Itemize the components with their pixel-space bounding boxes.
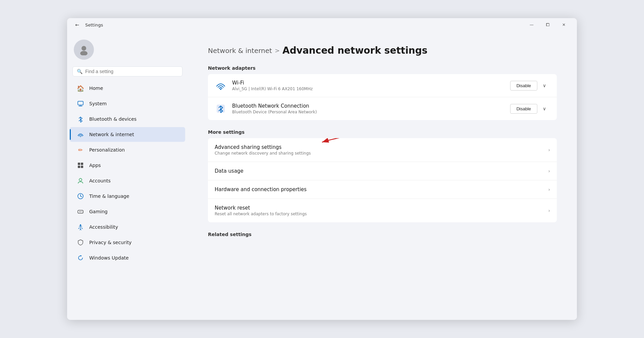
- update-icon: [76, 254, 85, 262]
- svg-point-15: [81, 211, 82, 212]
- search-icon: 🔍: [77, 69, 83, 74]
- wifi-disable-button[interactable]: Disable: [510, 81, 537, 91]
- sidebar-item-system[interactable]: System: [70, 96, 185, 111]
- sidebar-item-label-home: Home: [89, 86, 103, 91]
- network-reset-desc: Reset all network adapters to factory se…: [215, 212, 544, 216]
- titlebar-controls: — ⧠ ✕: [524, 19, 572, 30]
- svg-rect-9: [81, 166, 83, 168]
- advanced-sharing-settings-desc: Change network discovery and sharing set…: [215, 151, 544, 156]
- back-button[interactable]: ←: [72, 20, 82, 30]
- home-icon: 🏠: [76, 84, 85, 92]
- more-settings-title: More settings: [208, 129, 557, 135]
- bluetooth-icon: [76, 115, 85, 123]
- personalization-icon: ✏️: [76, 146, 85, 154]
- titlebar-title: Settings: [85, 22, 103, 27]
- bluetooth-adapter-name: Bluetooth Network Connection: [232, 103, 505, 109]
- sidebar-item-label-privacy: Privacy & security: [89, 240, 131, 245]
- sidebar-item-label-network: Network & internet: [89, 132, 134, 137]
- network-adapters-card: Wi-Fi Alvi_5G | Intel(R) Wi-Fi 6 AX201 1…: [208, 74, 557, 120]
- svg-rect-4: [78, 106, 83, 106]
- sidebar-item-label-accounts: Accounts: [89, 178, 111, 183]
- hardware-props-chevron: ›: [548, 187, 550, 192]
- network-adapters-title: Network adapters: [208, 65, 557, 71]
- hardware-props-info: Hardware and connection properties: [215, 186, 544, 192]
- network-reset-chevron: ›: [548, 208, 550, 213]
- user-avatar-section: [67, 37, 188, 66]
- bluetooth-adapter-item: Bluetooth Network Connection Bluetooth D…: [208, 97, 557, 120]
- sidebar-item-time[interactable]: Time & language: [70, 189, 185, 204]
- bluetooth-adapter-info: Bluetooth Network Connection Bluetooth D…: [232, 103, 505, 114]
- sidebar-item-label-time: Time & language: [89, 193, 129, 199]
- main-body: 🔍 🏠 Home System: [67, 32, 577, 320]
- svg-rect-2: [78, 101, 83, 105]
- titlebar: ← Settings — ⧠ ✕: [67, 18, 577, 32]
- sidebar-item-home[interactable]: 🏠 Home: [70, 81, 185, 96]
- sidebar-item-personalization[interactable]: ✏️ Personalization: [70, 143, 185, 157]
- privacy-icon: [76, 238, 85, 246]
- wifi-adapter-desc: Alvi_5G | Intel(R) Wi-Fi 6 AX201 160MHz: [232, 87, 505, 91]
- bluetooth-disable-button[interactable]: Disable: [510, 104, 537, 114]
- wifi-expand-button[interactable]: ∨: [539, 80, 550, 91]
- wifi-adapter-info: Wi-Fi Alvi_5G | Intel(R) Wi-Fi 6 AX201 1…: [232, 80, 505, 91]
- network-reset-info: Network reset Reset all network adapters…: [215, 205, 544, 216]
- settings-window: ← Settings — ⧠ ✕ 🔍: [67, 18, 577, 320]
- svg-rect-7: [81, 163, 83, 165]
- search-input[interactable]: [85, 69, 178, 74]
- sidebar-item-accounts[interactable]: Accounts: [70, 173, 185, 188]
- bluetooth-adapter-actions: Disable ∨: [510, 103, 550, 114]
- advanced-sharing-chevron: ›: [548, 147, 550, 153]
- sidebar-item-label-accessibility: Accessibility: [89, 224, 118, 230]
- time-icon: [76, 192, 85, 200]
- sidebar-item-apps[interactable]: Apps: [70, 158, 185, 173]
- wifi-adapter-item: Wi-Fi Alvi_5G | Intel(R) Wi-Fi 6 AX201 1…: [208, 74, 557, 97]
- breadcrumb-separator: >: [275, 47, 280, 54]
- svg-point-10: [79, 178, 82, 181]
- sidebar-item-label-update: Windows Update: [89, 255, 129, 261]
- data-usage-chevron: ›: [548, 168, 550, 174]
- gaming-icon: [76, 208, 85, 216]
- accessibility-icon: [76, 223, 85, 231]
- page-title: Advanced network settings: [282, 45, 427, 56]
- minimize-button[interactable]: —: [524, 19, 539, 30]
- data-usage-info: Data usage: [215, 168, 544, 174]
- network-reset-row[interactable]: Network reset Reset all network adapters…: [208, 199, 557, 222]
- content-area: Network & internet > Advanced network se…: [188, 32, 577, 320]
- sidebar-item-label-gaming: Gaming: [89, 209, 108, 214]
- svg-rect-8: [78, 166, 80, 168]
- sidebar-item-label-personalization: Personalization: [89, 147, 125, 153]
- close-button[interactable]: ✕: [556, 19, 572, 30]
- hardware-props-title: Hardware and connection properties: [215, 186, 544, 192]
- breadcrumb-parent[interactable]: Network & internet: [208, 47, 272, 55]
- wifi-adapter-icon: [215, 79, 227, 92]
- search-box[interactable]: 🔍: [72, 66, 182, 76]
- avatar[interactable]: [74, 40, 94, 60]
- svg-point-18: [220, 89, 221, 90]
- bluetooth-adapter-icon: [215, 103, 227, 115]
- sidebar-item-bluetooth[interactable]: Bluetooth & devices: [70, 112, 185, 126]
- sidebar-item-label-bluetooth: Bluetooth & devices: [89, 116, 137, 122]
- svg-point-5: [80, 136, 81, 137]
- network-icon: [76, 130, 85, 138]
- bluetooth-expand-button[interactable]: ∨: [539, 103, 550, 114]
- hardware-props-row[interactable]: Hardware and connection properties ›: [208, 180, 557, 199]
- sidebar-item-update[interactable]: Windows Update: [70, 250, 185, 265]
- sidebar-item-privacy[interactable]: Privacy & security: [70, 235, 185, 250]
- network-reset-title: Network reset: [215, 205, 544, 211]
- svg-point-0: [82, 46, 86, 51]
- maximize-button[interactable]: ⧠: [540, 19, 555, 30]
- sidebar-item-network[interactable]: Network & internet: [70, 127, 185, 142]
- advanced-sharing-settings-info: Advanced sharing settings Change network…: [215, 144, 544, 156]
- sidebar: 🔍 🏠 Home System: [67, 32, 188, 320]
- sidebar-item-accessibility[interactable]: Accessibility: [70, 220, 185, 234]
- advanced-sharing-settings-row[interactable]: Advanced sharing settings Change network…: [208, 138, 557, 162]
- accounts-icon: [76, 177, 85, 185]
- data-usage-row[interactable]: Data usage ›: [208, 162, 557, 180]
- apps-icon: [76, 161, 85, 169]
- more-settings-card: Advanced sharing settings Change network…: [208, 138, 557, 222]
- sidebar-item-gaming[interactable]: Gaming: [70, 204, 185, 219]
- bluetooth-adapter-desc: Bluetooth Device (Personal Area Network): [232, 110, 505, 114]
- advanced-sharing-settings-title: Advanced sharing settings: [215, 144, 544, 150]
- svg-point-17: [80, 224, 81, 226]
- svg-rect-6: [78, 163, 80, 165]
- titlebar-left: ← Settings: [72, 20, 524, 30]
